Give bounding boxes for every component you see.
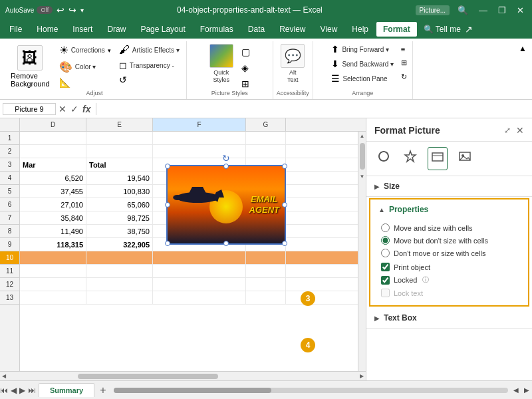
row-header-10[interactable]: 10 [0, 251, 19, 265]
menu-view[interactable]: View [314, 22, 344, 37]
panel-close-button[interactable]: ✕ [516, 125, 524, 136]
cell-e11[interactable] [86, 265, 153, 277]
cell-e13[interactable] [86, 291, 153, 304]
h-scroll-thumb[interactable] [78, 374, 217, 379]
scrollbar-thumb[interactable] [360, 143, 365, 170]
cell-name-box[interactable] [3, 103, 56, 115]
cell-e9[interactable]: 322,905 [86, 238, 153, 251]
cell-f2[interactable] [153, 145, 246, 158]
h-scroll-left-button[interactable]: ◀ [0, 373, 8, 379]
group-button[interactable]: ⊞ [398, 57, 410, 68]
row-header-12[interactable]: 12 [0, 278, 19, 291]
summary-tab[interactable]: Summary [39, 383, 94, 397]
handle-tl[interactable] [165, 164, 170, 169]
artistic-effects-button[interactable]: 🖌 Artistic Effects ▾ [116, 43, 182, 57]
sheet-nav-next[interactable]: ▶ [19, 386, 25, 395]
corrections-button[interactable]: ☀ Corrections ▾ [57, 43, 114, 58]
cell-e3[interactable]: Total [86, 158, 153, 171]
col-header-d[interactable]: D [20, 118, 86, 131]
picture-layout-button[interactable]: ⊞ [239, 77, 253, 90]
handle-tr[interactable] [282, 164, 287, 169]
row-header-4[interactable]: 4 [0, 172, 19, 185]
size-section-header[interactable]: ▶ Size [366, 176, 532, 196]
menu-home[interactable]: Home [30, 22, 65, 37]
menu-insert[interactable]: Insert [66, 22, 99, 37]
cell-e6[interactable]: 65,060 [86, 198, 153, 211]
menu-file[interactable]: File [3, 22, 29, 37]
quick-styles-button[interactable]: QuickStyles [207, 43, 236, 85]
rotate-handle[interactable]: ↻ [222, 153, 230, 164]
cell-d6[interactable]: 27,010 [20, 198, 86, 211]
menu-help[interactable]: Help [345, 22, 375, 37]
send-backward-button[interactable]: ⬇ Send Backward ▾ [329, 57, 396, 70]
lock-text-checkbox[interactable]: Lock text [381, 289, 517, 297]
row-header-6[interactable]: 6 [0, 198, 19, 211]
selection-pane-button[interactable]: ☰ Selection Pane [329, 72, 390, 85]
textbox-section-header[interactable]: ▶ Text Box [366, 308, 532, 328]
formula-input[interactable] [102, 104, 529, 114]
panel-size-icon[interactable] [428, 147, 448, 170]
col-header-f[interactable]: F [153, 118, 246, 131]
cell-d5[interactable]: 37,455 [20, 185, 86, 198]
collapse-ribbon-button[interactable]: ▲ [516, 41, 529, 99]
cell-d13[interactable] [20, 291, 86, 304]
remove-background-button[interactable]: 🖼 RemoveBackground [7, 43, 54, 90]
reset-picture-button[interactable]: ↺ [116, 73, 182, 86]
handle-bl[interactable] [165, 241, 170, 246]
row-header-3[interactable]: 3 [0, 158, 19, 172]
cell-d10[interactable] [20, 251, 86, 264]
radio-move-no-size[interactable]: Move but don't size with cells [381, 236, 517, 245]
sheet-nav-prev[interactable]: ◀ [11, 386, 17, 395]
cell-g13[interactable] [246, 291, 286, 304]
cell-e5[interactable]: 100,830 [86, 185, 153, 198]
locked-checkbox[interactable]: Locked ⓘ [381, 275, 517, 285]
locked-input[interactable] [381, 276, 390, 285]
menu-page-layout[interactable]: Page Layout [134, 22, 192, 37]
cell-e7[interactable]: 98,725 [86, 211, 153, 224]
cell-e12[interactable] [86, 278, 153, 291]
cell-g10[interactable] [246, 251, 286, 264]
properties-section-header[interactable]: ▲ Properties [370, 200, 528, 219]
add-sheet-button[interactable]: + [94, 383, 111, 398]
vertical-scrollbar[interactable]: ▲ ▼ [358, 132, 366, 371]
menu-formulas[interactable]: Formulas [194, 22, 240, 37]
sheet-nav-last[interactable]: ⏭ [28, 386, 36, 395]
cell-g2[interactable] [246, 145, 286, 158]
radio-no-move-no-size[interactable]: Don't move or size with cells [381, 249, 517, 257]
print-object-input[interactable] [381, 263, 390, 271]
cell-d3[interactable]: Mar [20, 158, 86, 171]
align-button[interactable]: ≡ [398, 44, 410, 55]
menu-draw[interactable]: Draw [100, 22, 132, 37]
menu-data[interactable]: Data [241, 22, 271, 37]
cell-f12[interactable] [153, 278, 246, 291]
row-header-1[interactable]: 1 [0, 132, 19, 145]
cell-d12[interactable] [20, 278, 86, 291]
cell-d1[interactable] [20, 132, 86, 144]
cell-e2[interactable] [86, 145, 153, 158]
radio-move-size-input[interactable] [381, 223, 390, 232]
row-header-13[interactable]: 13 [0, 291, 19, 305]
row-header-11[interactable]: 11 [0, 265, 19, 278]
cell-e1[interactable] [86, 132, 153, 144]
alt-text-button[interactable]: 💬 AltText [278, 43, 307, 85]
picture-border-button[interactable]: ▢ [239, 45, 253, 59]
h-scroll-right-button[interactable]: ▶ [358, 373, 366, 379]
cell-d7[interactable]: 35,840 [20, 211, 86, 224]
cell-g11[interactable] [246, 265, 286, 277]
picture-effects-button[interactable]: ◈ [239, 61, 253, 74]
col-header-e[interactable]: E [86, 118, 153, 131]
row-header-2[interactable]: 2 [0, 145, 19, 158]
cell-f10[interactable] [153, 251, 246, 264]
share-icon[interactable]: ↗ [465, 24, 473, 35]
cell-f11[interactable] [153, 265, 246, 277]
cancel-icon[interactable]: ✕ [59, 104, 66, 114]
confirm-icon[interactable]: ✓ [70, 104, 78, 114]
search-icon[interactable]: 🔍 [455, 5, 471, 15]
picture-object[interactable]: ↻ [166, 165, 286, 245]
cell-e8[interactable]: 38,750 [86, 225, 153, 237]
cell-d4[interactable]: 6,520 [20, 172, 86, 184]
cell-e10[interactable] [86, 251, 153, 264]
color-button[interactable]: 🎨 Color ▾ [57, 59, 114, 74]
cell-g1[interactable] [246, 132, 286, 144]
cell-d2[interactable] [20, 145, 86, 158]
